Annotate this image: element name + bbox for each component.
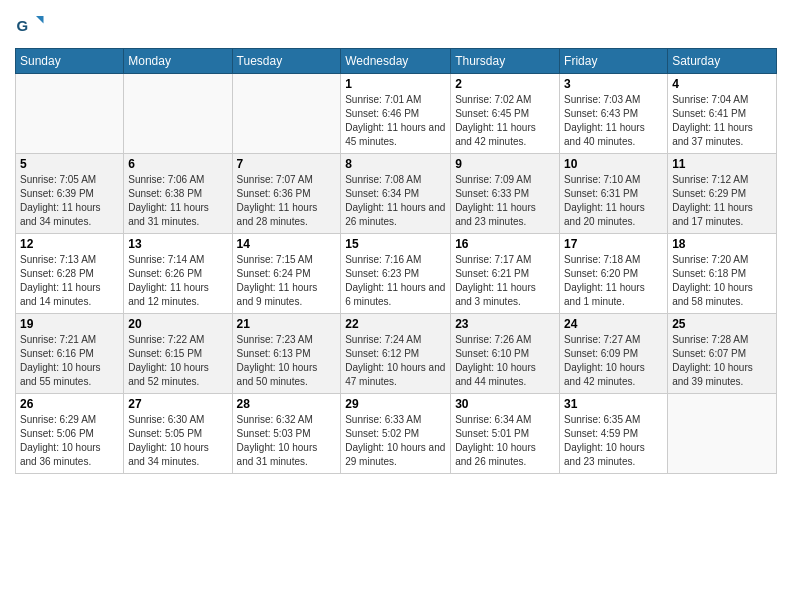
calendar-cell: 18Sunrise: 7:20 AM Sunset: 6:18 PM Dayli… [668, 234, 777, 314]
day-info: Sunrise: 7:18 AM Sunset: 6:20 PM Dayligh… [564, 253, 663, 309]
day-info: Sunrise: 6:30 AM Sunset: 5:05 PM Dayligh… [128, 413, 227, 469]
day-number: 25 [672, 317, 772, 331]
day-number: 14 [237, 237, 337, 251]
calendar-cell: 31Sunrise: 6:35 AM Sunset: 4:59 PM Dayli… [560, 394, 668, 474]
calendar-week-row: 12Sunrise: 7:13 AM Sunset: 6:28 PM Dayli… [16, 234, 777, 314]
calendar-cell: 17Sunrise: 7:18 AM Sunset: 6:20 PM Dayli… [560, 234, 668, 314]
day-number: 30 [455, 397, 555, 411]
calendar-cell: 13Sunrise: 7:14 AM Sunset: 6:26 PM Dayli… [124, 234, 232, 314]
day-number: 19 [20, 317, 119, 331]
calendar-header-row: SundayMondayTuesdayWednesdayThursdayFrid… [16, 49, 777, 74]
calendar-cell: 4Sunrise: 7:04 AM Sunset: 6:41 PM Daylig… [668, 74, 777, 154]
day-info: Sunrise: 6:34 AM Sunset: 5:01 PM Dayligh… [455, 413, 555, 469]
day-number: 26 [20, 397, 119, 411]
day-number: 29 [345, 397, 446, 411]
day-info: Sunrise: 7:06 AM Sunset: 6:38 PM Dayligh… [128, 173, 227, 229]
day-number: 1 [345, 77, 446, 91]
day-info: Sunrise: 7:26 AM Sunset: 6:10 PM Dayligh… [455, 333, 555, 389]
day-info: Sunrise: 6:33 AM Sunset: 5:02 PM Dayligh… [345, 413, 446, 469]
calendar-table: SundayMondayTuesdayWednesdayThursdayFrid… [15, 48, 777, 474]
day-number: 27 [128, 397, 227, 411]
calendar-cell: 10Sunrise: 7:10 AM Sunset: 6:31 PM Dayli… [560, 154, 668, 234]
calendar-header-saturday: Saturday [668, 49, 777, 74]
calendar-cell [668, 394, 777, 474]
calendar-header-wednesday: Wednesday [341, 49, 451, 74]
calendar-cell: 29Sunrise: 6:33 AM Sunset: 5:02 PM Dayli… [341, 394, 451, 474]
day-info: Sunrise: 7:13 AM Sunset: 6:28 PM Dayligh… [20, 253, 119, 309]
day-number: 20 [128, 317, 227, 331]
calendar-cell: 27Sunrise: 6:30 AM Sunset: 5:05 PM Dayli… [124, 394, 232, 474]
calendar-header-monday: Monday [124, 49, 232, 74]
calendar-cell: 25Sunrise: 7:28 AM Sunset: 6:07 PM Dayli… [668, 314, 777, 394]
day-number: 24 [564, 317, 663, 331]
calendar-cell: 3Sunrise: 7:03 AM Sunset: 6:43 PM Daylig… [560, 74, 668, 154]
calendar-cell: 15Sunrise: 7:16 AM Sunset: 6:23 PM Dayli… [341, 234, 451, 314]
calendar-header-sunday: Sunday [16, 49, 124, 74]
day-info: Sunrise: 7:21 AM Sunset: 6:16 PM Dayligh… [20, 333, 119, 389]
day-info: Sunrise: 7:07 AM Sunset: 6:36 PM Dayligh… [237, 173, 337, 229]
logo-icon: G [15, 10, 45, 40]
day-info: Sunrise: 7:28 AM Sunset: 6:07 PM Dayligh… [672, 333, 772, 389]
day-info: Sunrise: 7:20 AM Sunset: 6:18 PM Dayligh… [672, 253, 772, 309]
calendar-cell [232, 74, 341, 154]
logo: G [15, 10, 49, 40]
day-info: Sunrise: 7:02 AM Sunset: 6:45 PM Dayligh… [455, 93, 555, 149]
calendar-cell: 2Sunrise: 7:02 AM Sunset: 6:45 PM Daylig… [451, 74, 560, 154]
day-info: Sunrise: 7:17 AM Sunset: 6:21 PM Dayligh… [455, 253, 555, 309]
day-info: Sunrise: 7:14 AM Sunset: 6:26 PM Dayligh… [128, 253, 227, 309]
calendar-cell: 22Sunrise: 7:24 AM Sunset: 6:12 PM Dayli… [341, 314, 451, 394]
day-number: 11 [672, 157, 772, 171]
calendar-header-friday: Friday [560, 49, 668, 74]
calendar-cell: 14Sunrise: 7:15 AM Sunset: 6:24 PM Dayli… [232, 234, 341, 314]
calendar-cell: 11Sunrise: 7:12 AM Sunset: 6:29 PM Dayli… [668, 154, 777, 234]
day-info: Sunrise: 7:01 AM Sunset: 6:46 PM Dayligh… [345, 93, 446, 149]
day-number: 17 [564, 237, 663, 251]
day-number: 8 [345, 157, 446, 171]
svg-marker-1 [36, 16, 44, 24]
day-info: Sunrise: 7:09 AM Sunset: 6:33 PM Dayligh… [455, 173, 555, 229]
day-info: Sunrise: 7:08 AM Sunset: 6:34 PM Dayligh… [345, 173, 446, 229]
calendar-cell [124, 74, 232, 154]
calendar-cell: 6Sunrise: 7:06 AM Sunset: 6:38 PM Daylig… [124, 154, 232, 234]
day-number: 21 [237, 317, 337, 331]
calendar-cell: 30Sunrise: 6:34 AM Sunset: 5:01 PM Dayli… [451, 394, 560, 474]
day-number: 23 [455, 317, 555, 331]
calendar-cell: 7Sunrise: 7:07 AM Sunset: 6:36 PM Daylig… [232, 154, 341, 234]
calendar-cell: 12Sunrise: 7:13 AM Sunset: 6:28 PM Dayli… [16, 234, 124, 314]
calendar-cell: 24Sunrise: 7:27 AM Sunset: 6:09 PM Dayli… [560, 314, 668, 394]
day-number: 3 [564, 77, 663, 91]
day-info: Sunrise: 7:15 AM Sunset: 6:24 PM Dayligh… [237, 253, 337, 309]
calendar-cell: 9Sunrise: 7:09 AM Sunset: 6:33 PM Daylig… [451, 154, 560, 234]
day-info: Sunrise: 7:23 AM Sunset: 6:13 PM Dayligh… [237, 333, 337, 389]
calendar-cell: 28Sunrise: 6:32 AM Sunset: 5:03 PM Dayli… [232, 394, 341, 474]
calendar-cell: 20Sunrise: 7:22 AM Sunset: 6:15 PM Dayli… [124, 314, 232, 394]
calendar-cell: 21Sunrise: 7:23 AM Sunset: 6:13 PM Dayli… [232, 314, 341, 394]
day-info: Sunrise: 7:04 AM Sunset: 6:41 PM Dayligh… [672, 93, 772, 149]
calendar-week-row: 19Sunrise: 7:21 AM Sunset: 6:16 PM Dayli… [16, 314, 777, 394]
day-info: Sunrise: 7:03 AM Sunset: 6:43 PM Dayligh… [564, 93, 663, 149]
calendar-cell: 23Sunrise: 7:26 AM Sunset: 6:10 PM Dayli… [451, 314, 560, 394]
svg-text:G: G [17, 17, 29, 34]
day-info: Sunrise: 7:05 AM Sunset: 6:39 PM Dayligh… [20, 173, 119, 229]
day-info: Sunrise: 6:35 AM Sunset: 4:59 PM Dayligh… [564, 413, 663, 469]
day-number: 9 [455, 157, 555, 171]
day-number: 15 [345, 237, 446, 251]
day-number: 4 [672, 77, 772, 91]
calendar-cell [16, 74, 124, 154]
day-number: 28 [237, 397, 337, 411]
day-info: Sunrise: 7:22 AM Sunset: 6:15 PM Dayligh… [128, 333, 227, 389]
day-number: 31 [564, 397, 663, 411]
calendar-cell: 5Sunrise: 7:05 AM Sunset: 6:39 PM Daylig… [16, 154, 124, 234]
day-number: 7 [237, 157, 337, 171]
calendar-cell: 8Sunrise: 7:08 AM Sunset: 6:34 PM Daylig… [341, 154, 451, 234]
day-number: 10 [564, 157, 663, 171]
day-info: Sunrise: 7:10 AM Sunset: 6:31 PM Dayligh… [564, 173, 663, 229]
day-info: Sunrise: 7:27 AM Sunset: 6:09 PM Dayligh… [564, 333, 663, 389]
page-header: G [15, 10, 777, 40]
calendar-cell: 26Sunrise: 6:29 AM Sunset: 5:06 PM Dayli… [16, 394, 124, 474]
calendar-week-row: 26Sunrise: 6:29 AM Sunset: 5:06 PM Dayli… [16, 394, 777, 474]
day-number: 2 [455, 77, 555, 91]
day-number: 22 [345, 317, 446, 331]
day-number: 6 [128, 157, 227, 171]
day-number: 18 [672, 237, 772, 251]
